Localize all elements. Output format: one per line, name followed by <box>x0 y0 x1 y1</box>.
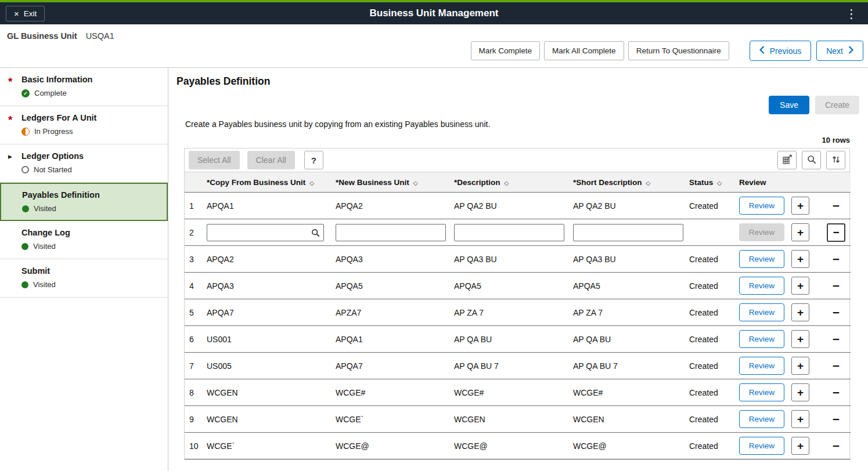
add-row-button[interactable]: + <box>791 357 809 375</box>
cell-copy-from: APQA2 <box>204 246 333 273</box>
delete-row-button[interactable]: − <box>829 360 843 372</box>
payables-table: *Copy From Business Unit◇ *New Business … <box>185 172 851 459</box>
sort-icon: ◇ <box>717 180 722 186</box>
review-button[interactable]: Review <box>739 383 784 401</box>
column-header-status[interactable]: Status◇ <box>687 172 737 193</box>
sidebar-item-payables-definition[interactable]: Payables Definition Visited <box>0 183 168 221</box>
review-button-disabled[interactable]: Review <box>739 223 784 241</box>
delete-row-button[interactable]: − <box>829 386 843 398</box>
mark-complete-button[interactable]: Mark Complete <box>471 41 541 60</box>
column-header-review: Review <box>737 172 789 193</box>
page-description: Create a Payables business unit by copyi… <box>185 119 868 129</box>
return-to-questionnaire-button[interactable]: Return To Questionnaire <box>628 41 729 60</box>
clear-all-button[interactable]: Clear All <box>247 151 295 169</box>
sidebar-item-ledger-options[interactable]: ▶ Ledger Options Not Started <box>0 144 168 183</box>
add-row-button[interactable]: + <box>791 277 809 295</box>
delete-row-button[interactable]: − <box>829 280 843 292</box>
delete-row-button[interactable]: − <box>829 413 843 425</box>
status-not-started-icon <box>21 166 29 173</box>
sidebar-item-label: Ledgers For A Unit <box>21 113 96 122</box>
select-all-button[interactable]: Select All <box>189 151 240 169</box>
copy-from-business-unit-input[interactable] <box>207 224 324 241</box>
cell-short-description: WCGEN <box>571 406 687 433</box>
cell-short-description: AP ZA 7 <box>571 299 687 326</box>
next-button[interactable]: Next <box>816 41 863 61</box>
delete-row-button[interactable]: − <box>829 253 843 265</box>
add-column-header <box>789 172 822 193</box>
minus-icon: − <box>833 227 839 238</box>
export-grid-button[interactable] <box>777 151 797 169</box>
close-icon: × <box>14 9 19 18</box>
row-number: 1 <box>185 193 204 219</box>
add-row-button[interactable]: + <box>791 410 809 428</box>
cell-new-business-unit: APQA1 <box>333 326 452 353</box>
review-button[interactable]: Review <box>739 277 784 295</box>
plus-icon: + <box>797 440 804 451</box>
sidebar-item-basic-information[interactable]: * Basic Information ✓ Complete <box>0 68 168 106</box>
table-row: 5 APQA7 APZA7 AP ZA 7 AP ZA 7 Created Re… <box>185 299 851 326</box>
status-text: Visited <box>33 242 56 251</box>
review-button[interactable]: Review <box>739 330 784 348</box>
table-body: 1 APQA1 APQA2 AP QA2 BU AP QA2 BU Create… <box>185 193 851 459</box>
exit-button[interactable]: × Exit <box>6 6 45 21</box>
cell-description: AP QA BU 7 <box>452 353 571 379</box>
help-button[interactable]: ? <box>304 151 323 169</box>
add-row-button[interactable]: + <box>791 383 809 401</box>
sidebar-item-ledgers-for-a-unit[interactable]: * Ledgers For A Unit In Progress <box>0 106 168 144</box>
cell-copy-from: APQA7 <box>204 299 333 326</box>
required-icon: * <box>8 113 21 125</box>
zoom-grid-button[interactable] <box>802 151 821 169</box>
description-input[interactable] <box>454 224 564 241</box>
review-button[interactable]: Review <box>739 303 784 321</box>
sort-grid-button[interactable] <box>826 151 845 169</box>
create-button[interactable]: Create <box>815 96 859 114</box>
review-button[interactable]: Review <box>739 197 784 215</box>
add-row-button[interactable]: + <box>791 330 809 348</box>
column-header-new-business-unit[interactable]: *New Business Unit◇ <box>333 172 452 193</box>
delete-row-button[interactable]: − <box>827 223 845 242</box>
column-header-description[interactable]: *Description◇ <box>452 172 571 193</box>
review-button[interactable]: Review <box>739 250 784 268</box>
delete-row-button[interactable]: − <box>829 333 843 345</box>
review-button[interactable]: Review <box>739 410 784 428</box>
add-row-button[interactable]: + <box>791 437 809 455</box>
review-button[interactable]: Review <box>739 437 784 455</box>
more-actions-button[interactable]: ⋮ <box>841 8 862 20</box>
save-button[interactable]: Save <box>769 96 809 114</box>
delete-row-button[interactable]: − <box>829 440 843 452</box>
column-header-copy-from[interactable]: *Copy From Business Unit◇ <box>204 172 333 193</box>
sidebar-item-change-log[interactable]: Change Log Visited <box>0 221 168 259</box>
sidebar-item-submit[interactable]: Submit Visited <box>0 259 168 298</box>
row-number: 4 <box>185 273 204 299</box>
add-row-button[interactable]: + <box>791 303 809 321</box>
cell-short-description: AP QA BU <box>571 326 687 353</box>
short-description-input[interactable] <box>573 224 683 241</box>
plus-icon: + <box>797 253 804 265</box>
mark-all-complete-button[interactable]: Mark All Complete <box>544 41 624 60</box>
grid-icon-buttons <box>777 151 845 169</box>
add-row-button[interactable]: + <box>791 197 809 215</box>
row-number: 3 <box>185 246 204 273</box>
add-row-button[interactable]: + <box>791 250 809 268</box>
search-icon <box>807 155 816 166</box>
cell-copy-from: WCGE` <box>204 433 333 459</box>
cell-description: AP ZA 7 <box>452 299 571 326</box>
cell-status: Created <box>687 353 737 379</box>
table-row: 8 WCGEN WCGE# WCGE# WCGE# Created Review… <box>185 379 851 406</box>
minus-icon: − <box>833 332 840 346</box>
new-business-unit-input[interactable] <box>336 224 446 241</box>
cell-copy-from: APQA3 <box>204 273 333 299</box>
sidebar-item-label: Basic Information <box>21 75 92 84</box>
delete-row-button[interactable]: − <box>829 306 843 318</box>
review-button[interactable]: Review <box>739 357 784 375</box>
lookup-icon[interactable] <box>311 229 320 237</box>
delete-row-button[interactable]: − <box>829 200 843 212</box>
exit-label: Exit <box>24 9 37 18</box>
row-count: 10 rows <box>184 136 850 144</box>
table-row: 6 US001 APQA1 AP QA BU AP QA BU Created … <box>185 326 851 353</box>
plus-icon: + <box>797 360 804 371</box>
previous-button[interactable]: Previous <box>750 41 811 61</box>
row-number: 10 <box>185 433 204 459</box>
column-header-short-description[interactable]: *Short Description◇ <box>571 172 687 193</box>
add-row-button[interactable]: + <box>791 223 809 241</box>
